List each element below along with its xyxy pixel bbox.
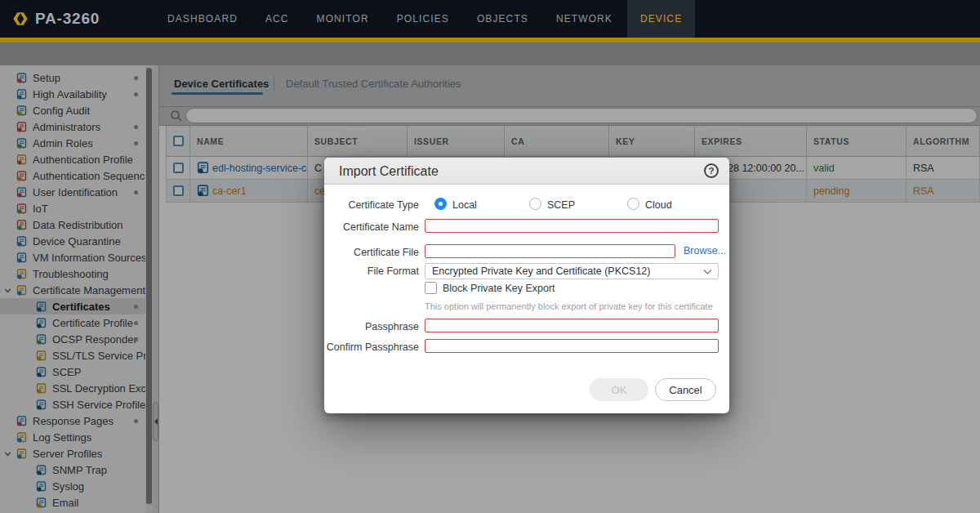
palo-alto-logo-icon [11,10,29,28]
certificate-file-input[interactable] [425,244,675,258]
help-icon[interactable]: ? [704,163,719,178]
browse-link[interactable]: Browse... [684,245,726,256]
confirm-passphrase-input[interactable] [425,339,719,353]
file-format-select[interactable]: Encrypted Private Key and Certificate (P… [425,263,719,279]
top-nav: PA-3260 DASHBOARDACCMONITORPOLICIESOBJEC… [0,0,980,38]
nav-item-policies[interactable]: POLICIES [397,0,449,38]
radio-cloud-label[interactable]: Cloud [645,199,672,211]
passphrase-input[interactable] [425,319,719,332]
confirm-passphrase-label: Confirm Passphrase [324,341,419,353]
dialog-title: Import Certificate [339,158,439,185]
certificate-type-label: Certificate Type [324,199,419,211]
import-certificate-dialog: Import Certificate ? Certificate Type Lo… [324,158,729,413]
block-export-helper-text: This option will permanently block expor… [425,301,713,311]
radio-scep[interactable] [529,198,541,210]
brand-logo: PA-3260 [11,0,100,38]
file-format-value: Encrypted Private Key and Certificate (P… [432,265,650,277]
radio-local-label[interactable]: Local [452,199,477,211]
nav-item-network[interactable]: NETWORK [556,0,612,38]
block-private-key-export-checkbox[interactable] [425,282,437,294]
dialog-body: Certificate Type Local SCEP Cloud Certif… [324,185,729,413]
radio-scep-label[interactable]: SCEP [547,199,575,211]
passphrase-label: Passphrase [324,321,419,332]
cancel-button[interactable]: Cancel [655,378,716,401]
ok-button[interactable]: OK [590,378,648,401]
file-format-label: File Format [324,265,419,277]
radio-cloud[interactable] [627,198,639,210]
nav-menu: DASHBOARDACCMONITORPOLICIESOBJECTSNETWOR… [167,0,682,38]
nav-item-objects[interactable]: OBJECTS [477,0,528,38]
nav-item-monitor[interactable]: MONITOR [317,0,369,38]
nav-item-dashboard[interactable]: DASHBOARD [167,0,238,38]
certificate-file-label: Certificate File [324,247,419,258]
radio-local[interactable] [434,198,447,210]
chevron-down-icon [703,269,712,275]
nav-item-device[interactable]: DEVICE [627,0,695,38]
certificate-name-label: Certificate Name [324,221,419,233]
dialog-footer: OK Cancel [590,378,716,401]
block-private-key-export-label[interactable]: Block Private Key Export [443,283,555,294]
device-name: PA-3260 [35,10,100,28]
certificate-name-input[interactable] [425,219,719,233]
dialog-header: Import Certificate ? [324,158,729,185]
nav-item-acc[interactable]: ACC [265,0,289,38]
